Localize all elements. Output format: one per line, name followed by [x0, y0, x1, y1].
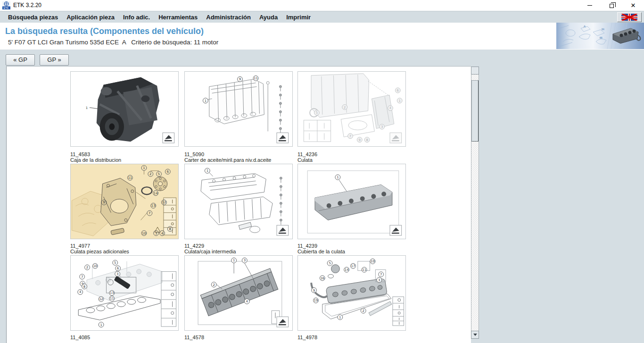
tile-11-4978[interactable]: 11_4978	[297, 335, 406, 343]
menu-herramientas[interactable]: Herramientas	[154, 12, 202, 22]
tile-cubierta-culata[interactable]: 11_4239Cubierta de la culata	[297, 243, 406, 254]
scroll-up-button[interactable]	[471, 67, 479, 75]
tile-11-4085[interactable]: 11_4085	[70, 335, 179, 343]
tile-name: Cubierta de la culata	[297, 249, 406, 254]
svg-text:1: 1	[100, 323, 102, 327]
svg-text:2: 2	[86, 266, 88, 269]
svg-text:2: 2	[149, 172, 151, 176]
svg-text:1: 1	[399, 99, 401, 103]
gp-previous-button[interactable]: « GP	[6, 54, 35, 66]
svg-text:A: A	[584, 25, 586, 28]
svg-text:7: 7	[349, 134, 351, 138]
svg-text:10: 10	[142, 232, 146, 235]
tile-caja-distribucion[interactable]: 11_4583Caja de la distribucion	[70, 151, 179, 163]
svg-text:14: 14	[154, 192, 158, 195]
restore-button[interactable]	[601, 0, 622, 11]
tile-motor[interactable]: Motor 1	[70, 66, 179, 70]
tile-name: Culata piezas adicionales	[70, 249, 179, 254]
svg-text:9: 9	[313, 289, 315, 293]
tile-culata[interactable]: 11_4236Culata 1	[297, 151, 406, 163]
vehicle-criteria-line: 5' F07 GT LCI Gran Turismo 535d ECE A Cr…	[8, 39, 218, 46]
tile-thumbnail-selected[interactable]: 1256111413129710348	[70, 164, 179, 239]
svg-text:7: 7	[380, 273, 382, 276]
svg-text:9: 9	[359, 138, 361, 142]
tile-carter-cilindros[interactable]: Carter de los cilindros	[184, 66, 293, 70]
results-panel: Motor 1 Carter de los cilindros	[6, 66, 471, 343]
svg-text:5: 5	[114, 261, 116, 265]
svg-text:3: 3	[244, 259, 246, 262]
tile-thumbnail[interactable]: 614253798	[297, 71, 406, 147]
svg-text:1: 1	[206, 169, 208, 173]
menu-bar: Búsqueda piezas Aplicación pieza Info ad…	[0, 11, 644, 23]
crossed-flag-icon	[621, 14, 637, 21]
tile-number: 11_5090	[184, 151, 293, 157]
language-flag-button[interactable]	[617, 12, 642, 22]
tile-culata-piezas-adicionales[interactable]: 11_4977Culata piezas adicionales	[70, 243, 179, 254]
window-title: ETK 3.2.20	[13, 2, 41, 8]
svg-text:66: 66	[600, 36, 603, 39]
scroll-down-button[interactable]	[471, 331, 479, 339]
svg-text:9: 9	[239, 77, 241, 81]
svg-text:3: 3	[155, 232, 157, 235]
menu-info-adic[interactable]: Info adic.	[119, 12, 154, 22]
page-title: La búsqueda resulta (Componentes del veh…	[5, 26, 204, 36]
svg-text:2: 2	[213, 283, 215, 287]
tile-thumbnail[interactable]: 1324	[184, 255, 293, 331]
tile-thumbnail[interactable]: 1	[70, 71, 179, 147]
etk-window: ETK ETK 3.2.20 ✕ Búsqueda piezas Aplicac…	[0, 0, 644, 343]
tile-thumbnail[interactable]: 1911	[184, 71, 293, 147]
menu-ayuda[interactable]: Ayuda	[255, 12, 282, 22]
svg-text:6: 6	[397, 89, 399, 92]
scrollbar-track[interactable]	[471, 75, 479, 331]
gp-next-button[interactable]: GP »	[40, 54, 69, 66]
tile-cilindro-carter-adicionales[interactable]: Cilindro carter cigueñal/piezas adicion.	[297, 66, 406, 70]
svg-text:16: 16	[320, 276, 324, 280]
svg-text:6: 6	[117, 267, 119, 270]
title-bar: ETK ETK 3.2.20 ✕	[0, 0, 644, 11]
svg-text:4: 4	[79, 290, 81, 294]
tile-number: 11_4085	[70, 335, 179, 340]
menu-administracion[interactable]: Administración	[202, 12, 255, 22]
arrow-down-icon	[473, 334, 477, 336]
svg-text:2: 2	[362, 309, 364, 313]
scrollbar-thumb[interactable]	[471, 80, 479, 142]
svg-text:1: 1	[233, 259, 235, 262]
svg-text:6: 6	[167, 170, 169, 174]
close-button[interactable]: ✕	[622, 0, 644, 11]
svg-text:5: 5	[316, 111, 318, 115]
svg-text:11: 11	[254, 76, 258, 80]
tile-thumbnail[interactable]: 510171114731619921	[297, 255, 406, 331]
tile-carter-aceite[interactable]: 11_5090Carter de aceite/miril.para niv.d…	[184, 151, 293, 163]
tile-thumbnail[interactable]: 1	[297, 164, 406, 239]
tile-number: 11_4583	[70, 151, 179, 157]
tile-11-4578[interactable]: 11_4578	[184, 335, 293, 343]
tile-culata-caja-intermedia[interactable]: 11_4229Culata/caja intermedia	[184, 243, 293, 254]
tile-name: Culata	[297, 157, 406, 163]
minimize-button[interactable]	[579, 0, 601, 11]
svg-text:11: 11	[110, 297, 114, 301]
svg-text:3: 3	[116, 272, 118, 276]
svg-text:3: 3	[378, 278, 380, 282]
menu-imprimir[interactable]: Imprimir	[282, 12, 315, 22]
svg-text:ETK: ETK	[4, 7, 9, 9]
svg-text:7: 7	[149, 211, 150, 215]
svg-text:3: 3	[381, 125, 383, 129]
tile-thumbnail[interactable]: 1	[184, 164, 293, 239]
menu-busqueda-piezas[interactable]: Búsqueda piezas	[4, 12, 62, 22]
tile-number: 11_4239	[297, 243, 406, 249]
svg-text:8: 8	[83, 285, 85, 289]
svg-text:10: 10	[93, 264, 97, 268]
svg-text:8: 8	[169, 227, 171, 231]
svg-text:19: 19	[314, 299, 318, 302]
results-scrollbar	[471, 67, 479, 339]
tile-name: Culata/caja intermedia	[184, 249, 293, 254]
svg-text:12: 12	[99, 297, 103, 301]
svg-text:11: 11	[128, 176, 132, 180]
svg-text:17: 17	[351, 264, 355, 268]
svg-text:8: 8	[366, 138, 368, 142]
menu-aplicacion-pieza[interactable]: Aplicación pieza	[62, 12, 119, 22]
tile-thumbnail[interactable]: 21056379841213111	[70, 255, 179, 331]
tile-name: Carter de aceite/miril.para niv.d.aceite	[184, 157, 293, 163]
svg-text:14: 14	[345, 268, 349, 272]
svg-text:13: 13	[151, 204, 156, 208]
